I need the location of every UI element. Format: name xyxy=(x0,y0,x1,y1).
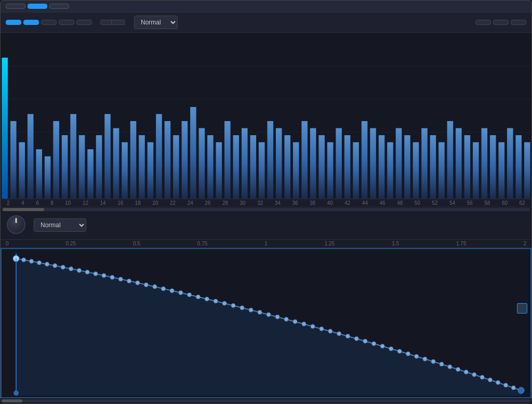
title-bar xyxy=(1,1,531,12)
x-axis-label: 46 xyxy=(380,200,385,206)
tab-main[interactable] xyxy=(6,4,25,9)
spectrum-scrollbar xyxy=(1,207,531,211)
app-window: Normal Linear Sine Random 24681012141618… xyxy=(0,0,532,404)
x-axis-label: 38 xyxy=(310,200,315,206)
mode-group xyxy=(100,20,125,25)
detail-row: Normal Linear Logarithmic xyxy=(1,211,531,240)
x-axis-label: 8 xyxy=(50,200,54,206)
clear-button[interactable] xyxy=(511,20,526,25)
envelope-area[interactable] xyxy=(1,248,531,398)
scrollbar-track xyxy=(2,208,530,211)
x-axis-label: 22 xyxy=(170,200,176,206)
toolbar: Normal Linear Sine Random xyxy=(1,12,531,33)
spectrum-canvas[interactable] xyxy=(1,33,531,199)
detail-knob[interactable] xyxy=(7,215,25,234)
nav-prev[interactable] xyxy=(112,20,118,24)
x-axis-label: 44 xyxy=(362,200,368,206)
tab-phase[interactable] xyxy=(76,20,92,25)
ruler-label: 1.5 xyxy=(392,241,399,246)
spectrum-area xyxy=(1,33,531,199)
x-axis-label: 54 xyxy=(449,200,455,206)
x-axis-label: 26 xyxy=(205,200,210,206)
nav-arrows xyxy=(112,20,125,25)
right-buttons xyxy=(475,20,526,25)
image-button[interactable] xyxy=(493,20,509,25)
x-axis-label: 28 xyxy=(222,200,228,206)
x-axis-label: 34 xyxy=(275,200,281,206)
ruler-label: 0.75 xyxy=(197,241,207,246)
nav-next[interactable] xyxy=(118,20,124,24)
ruler-inner: 00.250.50.7511.251.51.752 xyxy=(6,241,526,246)
x-axis-label: 32 xyxy=(257,200,263,206)
shape-group: Normal Linear Sine Random xyxy=(131,16,178,29)
x-axis-label: 30 xyxy=(240,200,246,206)
scrollbar-thumb[interactable] xyxy=(3,208,44,211)
bottom-area: Normal Linear Logarithmic 00.250.50.7511… xyxy=(1,211,531,403)
x-axis-label: 6 xyxy=(36,200,39,206)
x-axis-label: 18 xyxy=(135,200,141,206)
ruler-label: 0 xyxy=(6,241,9,246)
detail-mode-select[interactable]: Normal Linear Logarithmic xyxy=(34,218,86,232)
x-axis-label: 50 xyxy=(415,200,420,206)
detail-knob-container xyxy=(7,215,25,235)
detail-mode-group: Normal Linear Logarithmic xyxy=(34,218,86,232)
tab-overall[interactable] xyxy=(6,20,21,25)
tab-tune[interactable] xyxy=(41,20,57,25)
x-axis-label: 58 xyxy=(484,200,490,206)
x-axis-label: 56 xyxy=(467,200,473,206)
ruler-label: 1 xyxy=(264,241,268,246)
x-axis-label: 60 xyxy=(502,200,508,206)
x-axis-label: 36 xyxy=(292,200,298,206)
close-button[interactable] xyxy=(520,5,526,7)
ruler-label: 0.5 xyxy=(133,241,140,246)
x-axis-label: 40 xyxy=(327,200,333,206)
bottom-scrollbar xyxy=(1,398,531,403)
ruler-label: 1.25 xyxy=(325,241,335,246)
x-axis-label: 52 xyxy=(432,200,437,206)
x-axis-label: 4 xyxy=(21,200,24,206)
ruler-label: 1.75 xyxy=(456,241,466,246)
shape-select[interactable]: Normal Linear Sine Random xyxy=(134,16,178,29)
x-axis-label: 2 xyxy=(7,200,10,206)
x-axis-label: 14 xyxy=(100,200,106,206)
tab-pan[interactable] xyxy=(59,20,74,25)
ruler-label: 2 xyxy=(523,241,526,246)
x-axis-label: 10 xyxy=(65,200,71,206)
envelope-canvas[interactable] xyxy=(1,248,531,398)
bottom-scrollbar-thumb[interactable] xyxy=(2,399,22,402)
breakpoint-button[interactable] xyxy=(475,20,491,25)
ruler-label: 0.25 xyxy=(66,241,76,246)
ruler: 00.250.50.7511.251.51.752 xyxy=(1,240,531,248)
x-axis-label: 48 xyxy=(397,200,403,206)
mode-value xyxy=(100,20,112,25)
x-axis-label: 20 xyxy=(152,200,158,206)
x-axis-label: 62 xyxy=(520,200,525,206)
bottom-scrollbar-track xyxy=(2,399,530,402)
x-axis: 2468101214161820222426283032343638404244… xyxy=(1,199,531,207)
x-axis-label: 24 xyxy=(188,200,193,206)
tab-vol[interactable] xyxy=(23,20,39,25)
tab-spectral[interactable] xyxy=(49,4,69,9)
envelope-e-button[interactable] xyxy=(517,303,527,314)
x-axis-label: 16 xyxy=(117,200,123,206)
x-axis-numbers: 2468101214161820222426283032343638404244… xyxy=(6,200,526,206)
tab-additive[interactable] xyxy=(28,4,47,9)
x-axis-label: 42 xyxy=(344,200,350,206)
x-axis-label: 12 xyxy=(83,200,88,206)
